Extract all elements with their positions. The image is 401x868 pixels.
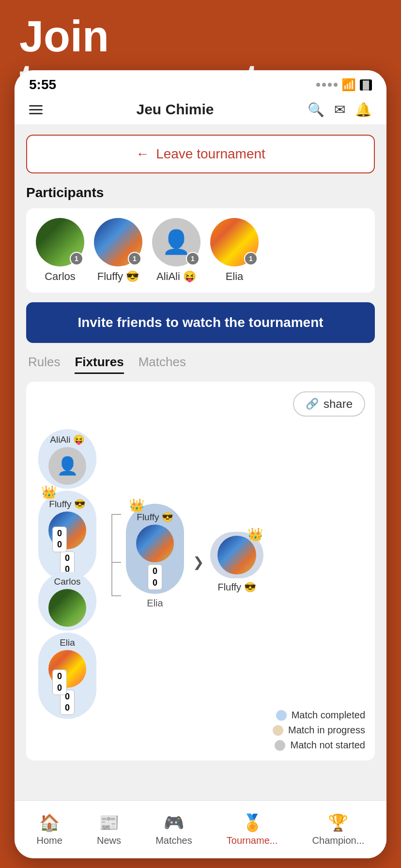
tab-fixtures[interactable]: Fixtures xyxy=(75,355,123,374)
aliali-r1-name: AliAli 😝 xyxy=(50,434,85,445)
winner-oval: 👑 xyxy=(210,532,263,578)
status-icons: 📶 ▓ xyxy=(316,78,372,92)
nav-matches[interactable]: 🎮 Matches xyxy=(155,813,192,846)
main-content: ← Leave tournament Participants 1 Carlos… xyxy=(15,125,386,816)
home-icon: 🏠 xyxy=(39,813,60,832)
connector-lines xyxy=(104,475,121,650)
carlos-name: Carlos xyxy=(45,270,76,283)
round1: AliAli 😝 👤 👑 Fluffy 😎 00 xyxy=(36,429,104,695)
tournament-icon: 🏅 xyxy=(242,813,262,832)
carlos-avatar-wrapper: 1 xyxy=(36,218,84,266)
dot2 xyxy=(322,83,326,87)
dot4 xyxy=(334,83,338,87)
crown-semi: 👑 xyxy=(129,498,144,513)
carlos-r1-img xyxy=(48,589,86,627)
legend-label-not-started: Match not started xyxy=(290,740,365,751)
leave-tournament-button[interactable]: ← Leave tournament xyxy=(26,135,375,173)
app-title: Jeu Chimie xyxy=(136,101,214,118)
invite-friends-button[interactable]: Invite friends to watch the tournament xyxy=(26,302,375,343)
participants-card: 1 Carlos 1 Fluffy 😎 👤 1 xyxy=(26,208,375,293)
legend-dot-not-started xyxy=(275,740,285,751)
nav-bar: Jeu Chimie 🔍 ✉ 🔔 xyxy=(15,96,386,125)
match1-score: 00 xyxy=(52,527,67,552)
nav-tournament[interactable]: 🏅 Tourname... xyxy=(227,813,278,846)
champion-label: Champion... xyxy=(312,835,365,846)
match1: AliAli 😝 👤 👑 Fluffy 😎 00 xyxy=(36,429,104,552)
aliali-name: AliAli 😝 xyxy=(156,270,196,283)
legend-not-started: Match not started xyxy=(275,740,365,751)
participant-carlos: 1 Carlos xyxy=(36,218,84,283)
search-icon[interactable]: 🔍 xyxy=(308,102,324,118)
tournament-label: Tourname... xyxy=(227,835,278,846)
elia-badge: 1 xyxy=(244,252,258,265)
wifi-icon: 📶 xyxy=(341,78,356,92)
crown-icon-fluffy: 👑 xyxy=(41,485,57,500)
fluffy-badge: 1 xyxy=(128,252,141,265)
participants-title: Participants xyxy=(26,185,375,201)
nav-champion[interactable]: 🏆 Champion... xyxy=(312,813,365,846)
bracket-area: AliAli 😝 👤 👑 Fluffy 😎 00 xyxy=(36,424,365,700)
participant-fluffy: 1 Fluffy 😎 xyxy=(94,218,142,283)
nav-home[interactable]: 🏠 Home xyxy=(37,813,62,846)
fluffy-r1-name: Fluffy 😎 xyxy=(49,498,85,510)
aliali-oval: AliAli 😝 👤 xyxy=(38,429,96,489)
match2-score: 00 xyxy=(52,669,67,695)
nav-news[interactable]: 📰 News xyxy=(97,813,121,846)
elia-r1-name: Elia xyxy=(60,637,75,648)
back-arrow-icon: ← xyxy=(136,146,149,162)
fixtures-card: 🔗 share AliAli 😝 👤 xyxy=(26,382,375,760)
legend-progress: Match in progress xyxy=(273,725,365,736)
winner-crown-icon: 👑 xyxy=(247,527,263,542)
participant-aliali: 👤 1 AliAli 😝 xyxy=(152,218,200,283)
participant-elia: 1 Elia xyxy=(210,218,259,283)
aliali-badge: 1 xyxy=(186,252,200,265)
dot3 xyxy=(328,83,332,87)
legend-dot-progress xyxy=(273,725,283,736)
champion-icon: 🏆 xyxy=(328,813,348,832)
home-label: Home xyxy=(37,835,62,846)
fluffy-avatar-wrapper: 1 xyxy=(94,218,142,266)
fixtures-header: 🔗 share xyxy=(36,391,365,417)
player-aliali-r1: AliAli 😝 👤 xyxy=(36,429,99,489)
semi-name: Fluffy 😎 xyxy=(137,512,173,523)
battery-icon: ▓ xyxy=(360,79,372,91)
tabs: Rules Fixtures Matches xyxy=(26,355,375,374)
share-icon: 🔗 xyxy=(306,398,319,410)
legend-label-progress: Match in progress xyxy=(288,725,365,736)
dot1 xyxy=(316,83,320,87)
semifinal-block: 👑 Fluffy 😎 00 Elia xyxy=(123,504,186,611)
semi-oval: 👑 Fluffy 😎 00 xyxy=(126,504,184,594)
tab-matches[interactable]: Matches xyxy=(139,355,186,374)
carlos-oval: Carlos xyxy=(38,572,96,631)
news-label: News xyxy=(97,835,121,846)
chevron-right-icon: ❯ xyxy=(189,554,208,570)
matches-label: Matches xyxy=(155,835,192,846)
semi-score: 00 xyxy=(148,564,162,590)
share-button[interactable]: 🔗 share xyxy=(293,391,365,417)
news-icon: 📰 xyxy=(99,813,119,832)
mail-icon[interactable]: ✉ xyxy=(334,102,345,118)
menu-icon[interactable] xyxy=(29,105,43,114)
round2: 👑 Fluffy 😎 00 Elia xyxy=(121,504,189,611)
matches-icon: 🎮 xyxy=(164,813,184,832)
winner-block: 👑 Fluffy 😎 xyxy=(208,532,266,593)
player-carlos-r1: Carlos xyxy=(36,572,99,631)
aliali-avatar-wrapper: 👤 1 xyxy=(152,218,200,266)
fluffy-name: Fluffy 😎 xyxy=(97,270,139,283)
nav-actions: 🔍 ✉ 🔔 xyxy=(308,102,372,118)
winner-name: Fluffy 😎 xyxy=(217,581,256,593)
bell-icon[interactable]: 🔔 xyxy=(355,102,372,118)
carlos-badge: 1 xyxy=(70,252,83,265)
tab-rules[interactable]: Rules xyxy=(28,355,60,374)
aliali-r1-img: 👤 xyxy=(48,447,86,485)
elia-avatar-wrapper: 1 xyxy=(210,218,259,266)
match2: Carlos 👑 Elia 00 xyxy=(36,572,104,696)
share-label: share xyxy=(324,397,353,411)
status-time: 5:55 xyxy=(29,77,56,93)
status-dots xyxy=(316,83,338,87)
legend-completed: Match completed xyxy=(276,710,365,721)
status-bar: 5:55 📶 ▓ xyxy=(15,70,386,96)
carlos-r1-name: Carlos xyxy=(54,576,81,587)
semi-img xyxy=(136,525,174,562)
legend-label-completed: Match completed xyxy=(292,710,365,721)
